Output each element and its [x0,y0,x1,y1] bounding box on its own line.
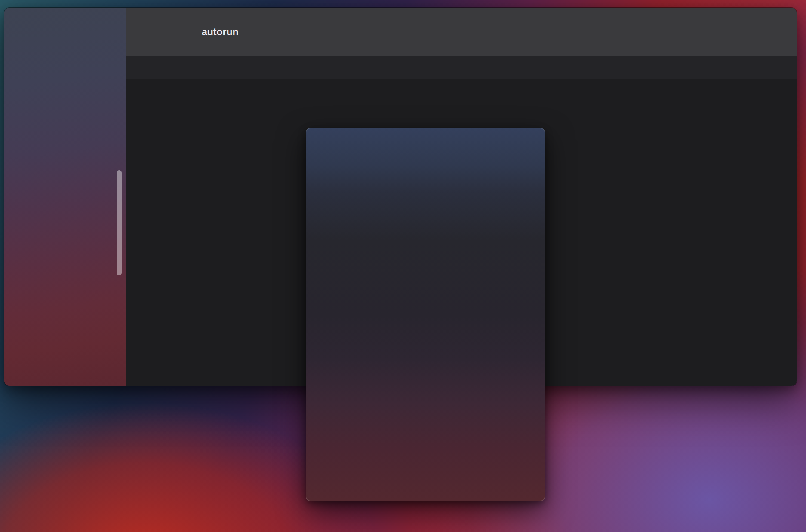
toolbar: autorun [126,8,797,56]
column-header-row [126,56,797,79]
context-menu [306,128,545,501]
window-title: autorun [202,8,239,56]
sidebar-scrollbar[interactable] [117,170,122,275]
sidebar [4,8,126,386]
